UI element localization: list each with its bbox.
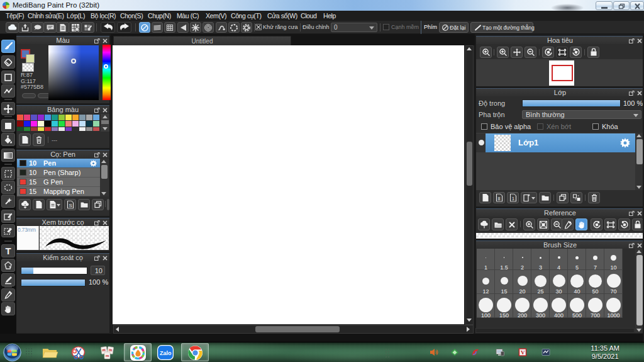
svg-text:m: m: [109, 348, 113, 353]
svg-text:Zalo: Zalo: [160, 350, 172, 356]
svg-text:8: 8: [497, 196, 500, 201]
svg-text:m: m: [106, 354, 109, 358]
svg-text:m: m: [102, 348, 106, 353]
svg-text:1: 1: [512, 196, 514, 201]
svg-text:V: V: [521, 349, 525, 356]
svg-text:S: S: [69, 203, 72, 208]
